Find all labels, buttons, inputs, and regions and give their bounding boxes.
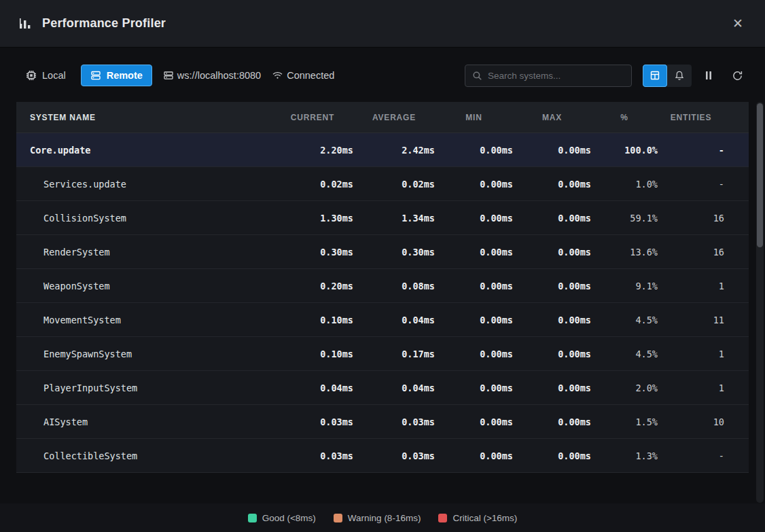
table-row[interactable]: PlayerInputSystem 0.04ms 0.04ms 0.00ms 0… [16,371,749,405]
legend-label: Warning (8-16ms) [348,513,421,523]
average-cell: 1.34ms [353,213,435,224]
table-grid-icon [650,70,660,81]
max-cell: 0.00ms [513,179,591,190]
entities-cell: 1 [658,281,749,291]
system-name-cell: AISystem [16,416,272,427]
local-mode-button[interactable]: Local [16,65,75,86]
table-row[interactable]: RenderSystem 0.30ms 0.30ms 0.00ms 0.00ms… [16,235,749,269]
table-view-button[interactable] [643,65,667,87]
websocket-url-text: ws://localhost:8080 [177,70,261,81]
min-cell: 0.00ms [435,213,513,224]
percent-cell: 100.0% [591,145,658,156]
table-row[interactable]: AISystem 0.03ms 0.03ms 0.00ms 0.00ms 1.5… [16,405,749,439]
current-cell: 0.02ms [272,179,353,190]
table-row[interactable]: Services.update 0.02ms 0.02ms 0.00ms 0.0… [16,167,749,201]
column-header-current[interactable]: CURRENT [272,113,353,122]
cpu-icon [26,70,37,81]
system-name-cell: CollectibleSystem [16,450,272,461]
server-rack-icon [163,70,174,81]
max-cell: 0.00ms [513,213,591,224]
max-cell: 0.00ms [513,450,591,461]
percent-cell: 4.5% [591,349,658,359]
average-cell: 0.03ms [353,450,435,461]
remote-label: Remote [107,70,143,81]
average-cell: 0.02ms [353,179,435,190]
remote-mode-button[interactable]: Remote [81,65,152,86]
pause-icon [704,70,713,81]
table-row[interactable]: MovementSystem 0.10ms 0.04ms 0.00ms 0.00… [16,303,749,337]
search-input[interactable] [488,71,624,81]
system-name-cell: RenderSystem [16,247,272,258]
bar-chart-icon [18,16,33,31]
table-row[interactable]: CollectibleSystem 0.03ms 0.03ms 0.00ms 0… [16,439,749,473]
min-cell: 0.00ms [435,383,513,393]
legend-label: Critical (>16ms) [452,513,517,523]
current-cell: 1.30ms [272,213,353,224]
percent-cell: 59.1% [591,213,658,224]
average-cell: 0.30ms [353,247,435,258]
view-toggle-group [643,65,692,87]
table-header-row: SYSTEM NAME CURRENT AVERAGE MIN MAX % EN… [16,102,749,133]
max-cell: 0.00ms [513,247,591,258]
min-cell: 0.00ms [435,179,513,190]
entities-cell: 10 [658,416,749,427]
percent-cell: 4.5% [591,315,658,325]
wifi-icon [272,70,283,81]
average-cell: 0.08ms [353,281,435,291]
entities-cell: 16 [658,213,749,224]
current-cell: 0.04ms [272,383,353,393]
column-header-system-name[interactable]: SYSTEM NAME [16,113,272,122]
current-cell: 0.03ms [272,450,353,461]
refresh-button[interactable] [726,65,749,87]
entities-cell: 16 [658,247,749,258]
table-row[interactable]: CollisionSystem 1.30ms 1.34ms 0.00ms 0.0… [16,201,749,235]
entities-cell: - [658,179,749,190]
vertical-scrollbar[interactable] [756,102,764,503]
current-cell: 0.20ms [272,281,353,291]
system-name-cell: EnemySpawnSystem [16,349,272,359]
alerts-button[interactable] [667,65,692,87]
scrollbar-thumb[interactable] [757,103,763,247]
current-cell: 2.20ms [272,145,353,156]
server-icon [90,70,101,81]
system-name-cell: PlayerInputSystem [16,383,272,393]
page-title: Performance Profiler [42,16,166,31]
table-row[interactable]: WeaponSystem 0.20ms 0.08ms 0.00ms 0.00ms… [16,269,749,303]
legend-label: Good (<8ms) [262,513,316,523]
max-cell: 0.00ms [513,281,591,291]
min-cell: 0.00ms [435,315,513,325]
column-header-entities[interactable]: ENTITIES [658,113,749,122]
bell-icon [674,70,685,81]
entities-cell: 11 [658,315,749,325]
pause-button[interactable] [697,65,720,87]
close-button[interactable]: ✕ [728,14,747,33]
max-cell: 0.00ms [513,315,591,325]
column-header-min[interactable]: MIN [435,113,513,122]
refresh-icon [732,70,743,82]
column-header-percent[interactable]: % [591,113,658,122]
max-cell: 0.00ms [513,145,591,156]
legend-swatch [248,514,257,522]
average-cell: 0.04ms [353,383,435,393]
connection-status-text: Connected [287,70,334,81]
system-name-cell: Core.update [16,145,272,156]
connection-status: Connected [272,70,334,81]
legend-item-good: Good (<8ms) [248,513,316,523]
percent-cell: 9.1% [591,281,658,291]
column-header-max[interactable]: MAX [513,113,591,122]
max-cell: 0.00ms [513,416,591,427]
entities-cell: 1 [658,349,749,359]
percent-cell: 13.6% [591,247,658,258]
table-row[interactable]: EnemySpawnSystem 0.10ms 0.17ms 0.00ms 0.… [16,337,749,371]
search-icon [472,71,482,81]
average-cell: 0.04ms [353,315,435,325]
local-label: Local [42,70,66,81]
current-cell: 0.10ms [272,315,353,325]
column-header-average[interactable]: AVERAGE [353,113,435,122]
current-cell: 0.10ms [272,349,353,359]
table-row[interactable]: Core.update 2.20ms 2.42ms 0.00ms 0.00ms … [16,133,749,167]
entities-cell: - [658,450,749,461]
percent-cell: 1.0% [591,179,658,190]
system-name-cell: WeaponSystem [16,281,272,291]
max-cell: 0.00ms [513,383,591,393]
